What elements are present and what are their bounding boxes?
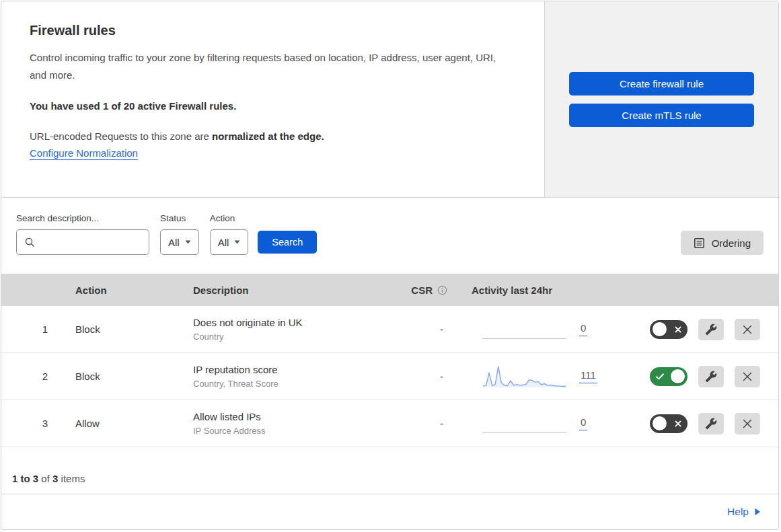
status-filter-group: Status All bbox=[160, 213, 199, 255]
firewall-rules-panel: Firewall rules Control incoming traffic … bbox=[1, 1, 779, 530]
close-icon bbox=[742, 418, 753, 429]
usage-note: You have used 1 of 20 active Firewall ru… bbox=[30, 100, 516, 112]
page-description: Control incoming traffic to your zone by… bbox=[30, 49, 511, 85]
rule-description: Does not originate in UK bbox=[193, 317, 391, 328]
csr-label: CSR bbox=[411, 284, 433, 296]
rule-expression-fields: Country bbox=[193, 332, 391, 342]
edit-rule-button[interactable] bbox=[698, 319, 724, 340]
header-description: Description bbox=[193, 284, 391, 296]
table-row: 1 Block Does not originate in UK Country… bbox=[1, 306, 778, 353]
rule-priority: 3 bbox=[1, 418, 62, 429]
x-icon bbox=[675, 420, 681, 427]
rule-description: Allow listed IPs bbox=[193, 411, 391, 422]
edit-rule-button[interactable] bbox=[698, 366, 724, 387]
rule-priority: 2 bbox=[1, 371, 62, 382]
normalization-bold: normalized at the edge. bbox=[212, 130, 324, 142]
rule-description-cell: Allow listed IPs IP Source Address bbox=[193, 411, 391, 436]
status-dropdown[interactable]: All bbox=[160, 229, 199, 255]
rule-activity-cell: 0 bbox=[458, 317, 626, 342]
help-arrow-icon bbox=[754, 508, 761, 516]
rule-csr-value: - bbox=[391, 371, 458, 382]
items-count: 1 to 3 of 3 items bbox=[1, 447, 778, 494]
table-header: Action Description CSR Activity last 24h… bbox=[1, 274, 778, 306]
search-group: Search description... bbox=[16, 213, 149, 255]
help-link[interactable]: Help bbox=[727, 506, 761, 518]
activity-count-link[interactable]: 0 bbox=[579, 416, 587, 430]
search-icon bbox=[24, 237, 35, 248]
table-row: 2 Block IP reputation score Country, Thr… bbox=[1, 353, 778, 400]
search-button[interactable]: Search bbox=[258, 231, 317, 254]
activity-sparkline bbox=[482, 411, 566, 436]
header-csr: CSR bbox=[391, 284, 458, 296]
normalization-text: URL-encoded Requests to this zone are bbox=[30, 130, 212, 142]
rule-description-cell: Does not originate in UK Country bbox=[193, 317, 391, 342]
rule-priority: 1 bbox=[1, 324, 62, 335]
rule-expression-fields: Country, Threat Score bbox=[193, 379, 391, 389]
search-input[interactable] bbox=[40, 236, 141, 248]
normalization-note: URL-encoded Requests to this zone are no… bbox=[30, 130, 516, 142]
activity-sparkline bbox=[482, 317, 566, 342]
check-icon bbox=[656, 373, 664, 380]
search-description-label: Search description... bbox=[16, 213, 149, 223]
action-label: Action bbox=[210, 213, 249, 223]
delete-rule-button[interactable] bbox=[735, 413, 760, 434]
cta-panel: Create firewall rule Create mTLS rule bbox=[544, 1, 778, 197]
activity-count-link[interactable]: 111 bbox=[579, 369, 597, 383]
table-row: 3 Allow Allow listed IPs IP Source Addre… bbox=[1, 400, 778, 447]
rule-activity-cell: 0 bbox=[458, 411, 626, 436]
close-icon bbox=[742, 371, 753, 382]
filter-bar: Search description... Status All Action … bbox=[1, 198, 778, 274]
info-icon[interactable] bbox=[437, 285, 447, 295]
ordering-button[interactable]: Ordering bbox=[681, 231, 764, 255]
panel-header-text: Firewall rules Control incoming traffic … bbox=[1, 1, 544, 197]
rule-action: Block bbox=[62, 324, 193, 335]
configure-normalization-link[interactable]: Configure Normalization bbox=[30, 147, 138, 159]
rule-csr-value: - bbox=[391, 418, 458, 429]
help-label: Help bbox=[727, 506, 749, 518]
help-row: Help bbox=[1, 494, 778, 529]
table-body: 1 Block Does not originate in UK Country… bbox=[1, 306, 778, 447]
rule-description-cell: IP reputation score Country, Threat Scor… bbox=[193, 364, 391, 389]
rule-enabled-toggle[interactable] bbox=[650, 414, 687, 433]
status-value: All bbox=[168, 237, 180, 248]
ordering-label: Ordering bbox=[712, 237, 751, 249]
panel-header-section: Firewall rules Control incoming traffic … bbox=[1, 1, 778, 198]
page-title: Firewall rules bbox=[30, 23, 516, 38]
rule-description: IP reputation score bbox=[193, 364, 391, 375]
toggle-knob bbox=[671, 369, 685, 383]
activity-count-link[interactable]: 0 bbox=[579, 322, 587, 336]
toggle-knob bbox=[653, 416, 667, 430]
header-activity: Activity last 24hr bbox=[458, 284, 626, 296]
action-filter-group: Action All bbox=[210, 213, 249, 255]
close-icon bbox=[742, 324, 753, 335]
x-icon bbox=[675, 326, 681, 333]
rule-enabled-toggle[interactable] bbox=[650, 320, 687, 339]
rule-action: Allow bbox=[62, 418, 193, 429]
activity-sparkline bbox=[482, 364, 566, 389]
search-box bbox=[16, 229, 149, 255]
action-value: All bbox=[218, 237, 229, 248]
create-mtls-rule-button[interactable]: Create mTLS rule bbox=[569, 104, 754, 127]
create-firewall-rule-button[interactable]: Create firewall rule bbox=[569, 72, 754, 96]
action-dropdown[interactable]: All bbox=[210, 229, 249, 255]
wrench-icon bbox=[705, 418, 717, 430]
rule-csr-value: - bbox=[391, 324, 458, 335]
delete-rule-button[interactable] bbox=[735, 366, 760, 387]
rule-controls bbox=[626, 319, 778, 340]
rule-activity-cell: 111 bbox=[458, 364, 626, 389]
toggle-knob bbox=[653, 322, 667, 336]
wrench-icon bbox=[705, 324, 717, 336]
ordering-list-icon bbox=[694, 237, 705, 249]
status-label: Status bbox=[160, 213, 199, 223]
delete-rule-button[interactable] bbox=[735, 319, 760, 340]
chevron-down-icon bbox=[234, 240, 240, 244]
header-action: Action bbox=[62, 284, 193, 296]
wrench-icon bbox=[705, 371, 717, 383]
rule-controls bbox=[626, 413, 778, 434]
rule-enabled-toggle[interactable] bbox=[650, 367, 687, 386]
edit-rule-button[interactable] bbox=[698, 413, 724, 434]
chevron-down-icon bbox=[185, 240, 191, 244]
rule-controls bbox=[626, 366, 778, 387]
rule-expression-fields: IP Source Address bbox=[193, 426, 391, 436]
rule-action: Block bbox=[62, 371, 193, 382]
